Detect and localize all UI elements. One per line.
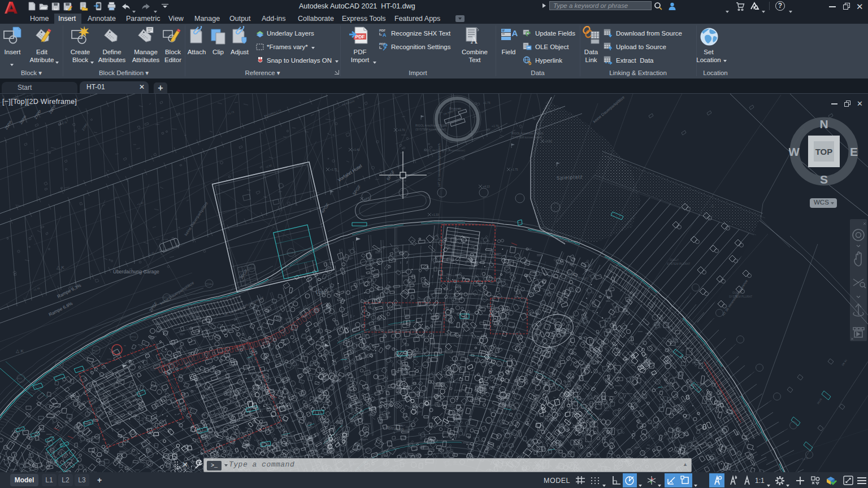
svg-text:Terrasse: Terrasse <box>385 425 405 432</box>
svg-text:△ K: △ K <box>16 348 24 354</box>
svg-text:HT18: HT18 <box>288 251 294 254</box>
svg-text:+1.75: +1.75 <box>511 168 518 171</box>
svg-text:E: E <box>850 145 858 158</box>
svg-text:N: N <box>819 117 828 130</box>
svg-text:HT16: HT16 <box>206 282 212 285</box>
svg-text:+2.50: +2.50 <box>364 197 371 201</box>
svg-text:Rampe 6,3%: Rampe 6,3% <box>57 283 82 299</box>
svg-text:+0.62: +0.62 <box>545 140 552 143</box>
svg-text:BK 1.75: BK 1.75 <box>58 121 67 127</box>
svg-text:+2.50: +2.50 <box>265 164 272 169</box>
svg-text:W: W <box>789 145 800 158</box>
svg-text:DK 60: DK 60 <box>841 359 848 367</box>
svg-text:34.05: 34.05 <box>817 398 823 404</box>
svg-text:keine Dauerparkplätze: keine Dauerparkplätze <box>592 95 626 124</box>
svg-text:RIGOL An.01 CA PN (Regenwasser: RIGOL An.01 CA PN (Regenwasser) <box>424 149 466 152</box>
svg-text:Überdachung Garage: Überdachung Garage <box>113 269 159 274</box>
svg-text:HT15: HT15 <box>163 297 170 299</box>
svg-text:27PP: 27PP <box>33 109 42 119</box>
svg-text:keine Dauerparkplätze: keine Dauerparkplätze <box>184 201 209 237</box>
svg-text:GULLY: GULLY <box>568 273 578 276</box>
svg-text:HT17: HT17 <box>248 267 254 269</box>
svg-text:SYSTEM PLURAT: SYSTEM PLURAT <box>667 262 690 265</box>
svg-text:+4.75: +4.75 <box>802 456 809 461</box>
svg-text:△ K: △ K <box>57 265 64 270</box>
svg-text:Rampe 6,6%: Rampe 6,6% <box>48 301 73 317</box>
svg-text:+1.33: +1.33 <box>432 213 439 216</box>
svg-text:SYSTEM PLURAT: SYSTEM PLURAT <box>565 277 588 280</box>
svg-text:A: A <box>512 28 518 38</box>
svg-text:HT9: HT9 <box>93 349 98 352</box>
svg-text:A: A <box>383 32 387 38</box>
svg-text:A: A <box>471 35 478 46</box>
svg-text:Gel. Str+150 cm: Gel. Str+150 cm <box>179 315 199 318</box>
svg-text:S: S <box>820 173 828 186</box>
svg-text:5PGF: 5PGF <box>351 184 362 197</box>
svg-text:2PGF: 2PGF <box>148 301 159 313</box>
svg-text:+4.13: +4.13 <box>483 185 490 188</box>
svg-text:25PP: 25PP <box>4 120 13 130</box>
svg-text:+1.70: +1.70 <box>398 128 405 132</box>
svg-text:HT 2) Veranstaltungsbereich: HT 2) Veranstaltungsbereich <box>437 143 441 186</box>
svg-text:TOP: TOP <box>815 147 833 156</box>
svg-text:△: △ <box>711 203 714 207</box>
svg-text:Vorfahrt Hotel: Vorfahrt Hotel <box>337 163 363 182</box>
svg-text:HT10: HT10 <box>131 336 137 338</box>
svg-text:HT7: HT7 <box>18 377 23 380</box>
svg-text:+1.75: +1.75 <box>483 101 491 104</box>
svg-text:4PGF: 4PGF <box>320 202 331 215</box>
svg-text:RIGOL Anschluss DN100: RIGOL Anschluss DN100 <box>415 124 447 127</box>
svg-text:PDF: PDF <box>355 34 365 40</box>
svg-text:+1.75: +1.75 <box>330 168 337 171</box>
svg-text:+1.40: +1.40 <box>353 148 360 151</box>
svg-text:GULLY: GULLY <box>670 258 679 262</box>
svg-text:LOBBY: LOBBY <box>316 290 329 294</box>
svg-text:+1.70: +1.70 <box>492 124 499 128</box>
svg-text:(SYSTEM konventionell): (SYSTEM konventionell) <box>415 128 446 131</box>
svg-text:HT8: HT8 <box>56 363 61 366</box>
svg-text:DK 60904+1.73: DK 60904+1.73 <box>264 109 282 118</box>
